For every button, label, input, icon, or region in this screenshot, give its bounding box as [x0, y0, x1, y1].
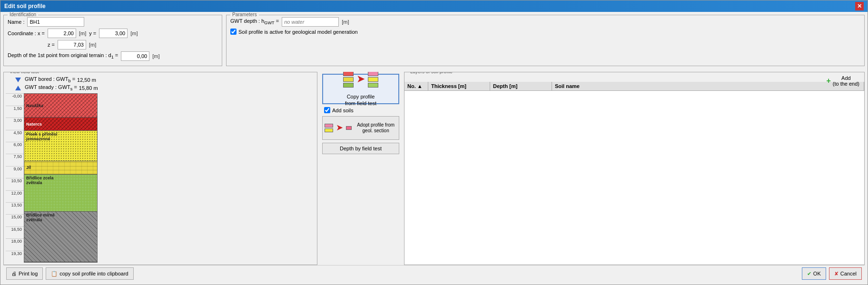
copy-dest-layer2 — [368, 77, 378, 82]
gwt-steady-row: GWT steady : GWTs = 15,80 m — [15, 84, 315, 91]
copy-icon-layer1 — [343, 72, 354, 76]
depth-unit: [m] — [152, 53, 159, 59]
layer-navazka[interactable]: Navážka — [24, 94, 97, 118]
gwt-bored-label: GWT bored : GWTb = — [25, 76, 75, 83]
add-soils-row: Add soils — [322, 107, 399, 113]
coordinate-row: Coordinate : x = [m] y = [m] — [8, 29, 218, 38]
depth-1: 1,50 — [6, 106, 24, 118]
copy-clipboard-button[interactable]: 📋 copy soil profile into clipboard — [46, 267, 133, 280]
bottom-bar: 🖨 Print log 📋 copy soil profile into cli… — [3, 265, 865, 282]
gwt-steady-label: GWT steady : GWTs = — [25, 84, 77, 91]
layers-header: No. ▲ Thickness [m] Depth [m] Soil name — [404, 82, 864, 91]
depth-0: -0,00 — [6, 93, 24, 105]
bottom-right: ✔ OK ✘ Cancel — [802, 267, 862, 280]
layer-natercs-label: Natercs — [26, 122, 42, 127]
vft-section: View field test GWT bored : GWTb = 12,50… — [3, 72, 317, 265]
header-no: No. ▲ — [404, 82, 428, 90]
add-to-end-label: Add(to the end) — [833, 75, 859, 87]
copy-profile-button[interactable]: ➤ Copy profilefrom field test — [322, 74, 399, 104]
depth-9: 13,50 — [6, 202, 24, 214]
header-soil: Soil name — [552, 82, 864, 90]
adopt-profile-label: Adopt profile from geol. section — [355, 122, 397, 134]
active-checkbox-row: Soil profile is active for geological mo… — [230, 29, 860, 35]
copy-icon-layer2 — [343, 77, 354, 82]
add-soils-checkbox[interactable] — [324, 107, 330, 113]
depth-6: 9,00 — [6, 166, 24, 178]
printer-icon: 🖨 — [11, 271, 17, 276]
print-log-label: Print log — [19, 271, 38, 276]
gwt-steady-icon — [15, 86, 21, 90]
gwt-bored-value: 12,50 m — [77, 77, 96, 83]
name-input[interactable] — [27, 17, 84, 27]
parameters-section: Parameters GWT depth : hGWT = [m] Soil p… — [226, 15, 865, 66]
depth-3: 4,50 — [6, 130, 24, 142]
depth-13: 19,30 — [6, 251, 24, 263]
ok-label: OK — [813, 271, 821, 276]
layer-natercs[interactable]: Natercs — [24, 118, 97, 131]
layers-panel: Layers of soil profile + Add(to the end)… — [404, 72, 865, 265]
y-input[interactable] — [99, 29, 128, 38]
title-bar: Edit soil profile ✕ — [0, 0, 868, 12]
copy-icon-layer3 — [343, 83, 354, 88]
gwt-input[interactable] — [282, 17, 339, 27]
name-row: Name : — [8, 17, 218, 27]
layer-jil[interactable]: Jíl — [24, 161, 97, 175]
layer-bridlice-mirne-label: Břidlice mírně — [26, 213, 55, 217]
depth-12: 18,00 — [6, 238, 24, 250]
coordinate-label: Coordinate : x = — [8, 30, 45, 36]
main-working-area: View field test GWT bored : GWTb = 12,50… — [3, 72, 865, 265]
adopt-arrow-icon: ➤ — [336, 122, 343, 133]
identification-label: Identification — [8, 12, 38, 17]
adopt-profile-button[interactable]: ➤ Adopt profile from geol. section — [322, 116, 399, 140]
header-depth: Depth [m] — [490, 82, 552, 90]
depth-by-field-button[interactable]: Depth by field test — [322, 143, 399, 154]
gwt-bored-row: GWT bored : GWTb = 12,50 m — [15, 76, 315, 83]
layer-pisek[interactable]: Písek s příměsí jemnozrnné — [24, 131, 97, 161]
active-label: Soil profile is active for geological mo… — [238, 29, 358, 35]
copy-clipboard-label: copy soil profile into clipboard — [59, 271, 128, 276]
depth-input[interactable] — [121, 51, 149, 61]
layers-body — [404, 91, 864, 265]
copy-dest-layer1 — [368, 72, 378, 76]
parameters-label: Parameters — [230, 12, 259, 17]
x-input[interactable] — [48, 29, 76, 38]
cancel-button[interactable]: ✘ Cancel — [829, 267, 862, 280]
depth-label: Depth of the 1st point from original ter… — [8, 52, 118, 59]
gwt-label: GWT depth : hGWT = — [230, 18, 279, 25]
copy-dest-layer3 — [368, 83, 378, 88]
ok-button[interactable]: ✔ OK — [802, 267, 826, 280]
add-plus-icon: + — [826, 77, 830, 85]
gwt-unit: [m] — [342, 19, 349, 25]
gwt-info: GWT bored : GWTb = 12,50 m GWT steady : … — [6, 74, 315, 93]
main-content: Identification Name : Coordinate : x = [… — [0, 12, 868, 285]
depth-row: Depth of the 1st point from original ter… — [8, 51, 218, 61]
copy-icon: 📋 — [51, 271, 58, 277]
copy-icon-area: ➤ — [343, 72, 378, 88]
layer-jil-label: Jíl — [26, 165, 31, 170]
layer-bridlice-zvt[interactable]: Břidlice zcela zvětrala — [24, 175, 97, 212]
cancel-x-icon: ✘ — [834, 271, 838, 277]
add-soils-label: Add soils — [332, 108, 354, 113]
close-button[interactable]: ✕ — [855, 2, 864, 10]
depth-2: 3,00 — [6, 118, 24, 129]
add-to-end-button[interactable]: + Add(to the end) — [824, 74, 861, 88]
layer-bridlice-mirne[interactable]: Břidlice mírně zvětrala — [24, 212, 97, 262]
active-checkbox[interactable] — [230, 29, 237, 35]
layers-section: Layers of soil profile + Add(to the end)… — [404, 72, 865, 265]
layer-navazka-label: Navážka — [26, 103, 43, 108]
soil-diagram-area: -0,00 1,50 3,00 4,50 6,00 7,50 9,00 10,5… — [6, 93, 315, 263]
print-log-button[interactable]: 🖨 Print log — [6, 267, 43, 280]
middle-panel: ➤ Copy profilefrom field test Add soils — [320, 72, 401, 265]
cancel-label: Cancel — [840, 271, 857, 276]
y-unit: [m] — [130, 30, 138, 36]
depth-11: 16,50 — [6, 226, 24, 238]
x-unit: [m] — [79, 30, 86, 36]
layer-bridlice-zvt-label: Břidlice zcela — [26, 176, 54, 180]
z-input[interactable] — [58, 40, 86, 49]
depth-7: 10,50 — [6, 178, 24, 190]
depth-8: 12,00 — [6, 190, 24, 202]
z-label: z = — [48, 42, 55, 48]
layers-label: Layers of soil profile — [408, 72, 454, 74]
y-label: y = — [89, 30, 96, 36]
identification-section: Identification Name : Coordinate : x = [… — [3, 15, 222, 66]
